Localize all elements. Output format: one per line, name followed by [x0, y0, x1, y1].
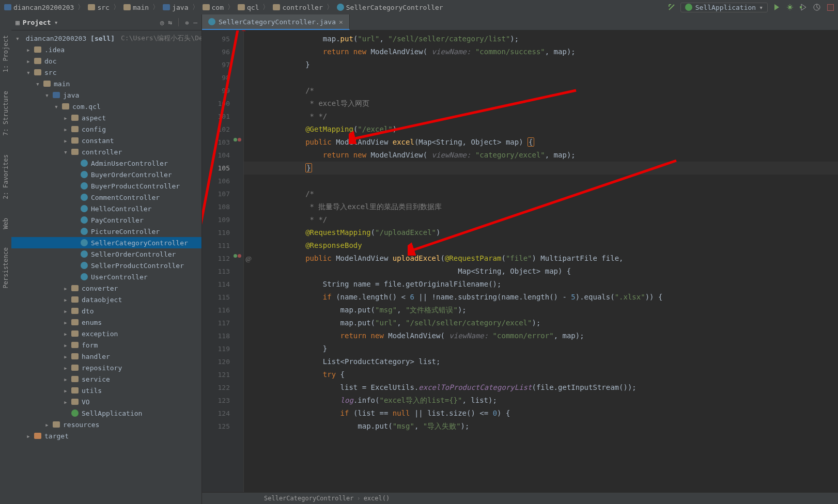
line-number[interactable]: 111: [202, 239, 243, 252]
code-line[interactable]: map.put("url", "/sell/seller/category/ex…: [244, 317, 838, 329]
tree-node[interactable]: ▾main: [11, 78, 201, 89]
locate-icon[interactable]: ◎: [160, 19, 164, 26]
tree-node[interactable]: ▾java: [11, 89, 201, 101]
line-number[interactable]: 95: [202, 33, 243, 45]
line-number[interactable]: 115: [202, 291, 243, 304]
code-line[interactable]: /*: [244, 84, 838, 97]
code-line[interactable]: map.put("msg", "导入失败");: [244, 420, 838, 433]
code-line[interactable]: * */: [244, 213, 838, 226]
debug-icon[interactable]: [785, 3, 795, 12]
tree-node[interactable]: ▸utils: [11, 385, 201, 396]
line-number[interactable]: 97: [202, 58, 243, 71]
tool-window-tab[interactable]: 2: Favorites: [2, 154, 9, 199]
line-number[interactable]: 112@: [202, 252, 243, 265]
code-line[interactable]: @GetMapping("/excel"): [244, 123, 838, 136]
breadcrumb-item[interactable]: src: [87, 4, 110, 11]
line-number[interactable]: 102: [202, 123, 243, 136]
line-number[interactable]: 108: [202, 200, 243, 213]
line-number[interactable]: 121: [202, 368, 243, 381]
line-number[interactable]: 113: [202, 265, 243, 278]
tree-node[interactable]: ▸dto: [11, 305, 201, 317]
run-config-selector[interactable]: SellApplication ▾: [680, 3, 768, 12]
code-line[interactable]: [244, 175, 838, 187]
tree-node[interactable]: SellerProductController: [11, 260, 201, 271]
code-line[interactable]: map.put("url", "/sell/seller/category/li…: [244, 33, 838, 45]
editor-breadcrumb[interactable]: SellerCategoryController › excel(): [202, 492, 838, 504]
tree-node[interactable]: ▾controller: [11, 146, 201, 158]
line-number[interactable]: 120: [202, 355, 243, 368]
editor-gutter[interactable]: 9596979899100101102103104105106107108109…: [202, 30, 244, 492]
tree-node[interactable]: CommentController: [11, 192, 201, 203]
code-line[interactable]: * excel导入网页: [244, 97, 838, 110]
tool-window-tab[interactable]: Persistence: [2, 247, 9, 288]
line-number[interactable]: 101: [202, 110, 243, 123]
line-number[interactable]: 105: [202, 162, 243, 175]
tree-node[interactable]: HelloController: [11, 203, 201, 214]
breadcrumb-item[interactable]: main: [122, 4, 150, 11]
line-number[interactable]: 96: [202, 45, 243, 58]
stop-icon[interactable]: [826, 3, 835, 12]
tree-node[interactable]: ▸repository: [11, 362, 201, 373]
project-root[interactable]: ▾diancan20200203 [sell]C:\Users\编程小石头\De…: [11, 33, 201, 44]
code-line[interactable]: String name = file.getOriginalFilename()…: [244, 278, 838, 291]
tree-node[interactable]: SellerOrderController: [11, 248, 201, 260]
tree-node[interactable]: ▸dataobject: [11, 294, 201, 305]
tree-node[interactable]: ▾com.qcl: [11, 101, 201, 112]
run-icon[interactable]: [772, 3, 781, 12]
code-line[interactable]: log.info("excel导入的list={}", list);: [244, 394, 838, 407]
close-icon[interactable]: ×: [339, 18, 343, 26]
code-line[interactable]: }: [244, 342, 838, 355]
tool-window-tab[interactable]: Web: [2, 218, 9, 229]
tree-node[interactable]: PictureController: [11, 226, 201, 237]
code-line[interactable]: * */: [244, 110, 838, 123]
code-line[interactable]: return new ModelAndView( viewName: "comm…: [244, 329, 838, 342]
code-line[interactable]: public ModelAndView uploadExcel(@Request…: [244, 252, 838, 265]
breadcrumb-item[interactable]: controller: [272, 4, 323, 11]
line-number[interactable]: 99: [202, 84, 243, 97]
tree-node[interactable]: UserController: [11, 271, 201, 282]
tree-node[interactable]: ▸.idea: [11, 44, 201, 55]
tree-node[interactable]: BuyerOrderController: [11, 169, 201, 180]
line-number[interactable]: 123: [202, 394, 243, 407]
tree-node[interactable]: ▸VO: [11, 396, 201, 407]
code-line[interactable]: list = ExcelUtils.excelToProductCategory…: [244, 381, 838, 394]
tree-node[interactable]: ▸aspect: [11, 112, 201, 123]
tree-node[interactable]: ▸resources: [11, 419, 201, 430]
project-tree[interactable]: ▾diancan20200203 [sell]C:\Users\编程小石头\De…: [11, 30, 201, 504]
editor-content[interactable]: map.put("url", "/sell/seller/category/li…: [244, 30, 838, 492]
code-line[interactable]: @RequestMapping("/uploadExcel"): [244, 226, 838, 239]
gutter-icons[interactable]: [234, 138, 241, 141]
code-line[interactable]: /*: [244, 187, 838, 200]
tree-node[interactable]: ▸constant: [11, 135, 201, 146]
line-number[interactable]: 125: [202, 420, 243, 433]
line-number[interactable]: 124: [202, 407, 243, 420]
line-number[interactable]: 114: [202, 278, 243, 291]
tree-node[interactable]: ▸exception: [11, 328, 201, 339]
code-line[interactable]: if (list == null || list.size() <= 0) {: [244, 407, 838, 420]
tree-node[interactable]: ▸enums: [11, 317, 201, 328]
tree-node[interactable]: PayController: [11, 214, 201, 226]
tree-node[interactable]: ▸config: [11, 123, 201, 135]
breadcrumb-item[interactable]: com: [201, 4, 225, 11]
line-number[interactable]: 119: [202, 342, 243, 355]
code-area[interactable]: 9596979899100101102103104105106107108109…: [202, 30, 838, 492]
line-number[interactable]: 122: [202, 381, 243, 394]
code-line[interactable]: }: [244, 162, 838, 175]
code-line[interactable]: if (name.length() < 6 || !name.substring…: [244, 291, 838, 304]
line-number[interactable]: 117: [202, 317, 243, 329]
tree-node[interactable]: ▾src: [11, 67, 201, 78]
breadcrumb-item[interactable]: java: [162, 4, 189, 11]
gutter-icons[interactable]: [234, 254, 241, 258]
code-line[interactable]: return new ModelAndView( viewName: "cate…: [244, 149, 838, 162]
tree-node[interactable]: ▸doc: [11, 55, 201, 67]
editor-crumb-class[interactable]: SellerCategoryController: [264, 495, 353, 502]
coverage-icon[interactable]: [799, 3, 808, 12]
settings-icon[interactable]: ✲: [185, 19, 189, 26]
line-number[interactable]: 110: [202, 226, 243, 239]
breadcrumb-item[interactable]: qcl: [237, 4, 260, 11]
line-number[interactable]: 107: [202, 187, 243, 200]
tree-node[interactable]: AdminUserController: [11, 158, 201, 169]
editor-crumb-method[interactable]: excel(): [364, 495, 390, 502]
code-line[interactable]: Map<String, Object> map) {: [244, 265, 838, 278]
tree-node[interactable]: ▸service: [11, 373, 201, 385]
